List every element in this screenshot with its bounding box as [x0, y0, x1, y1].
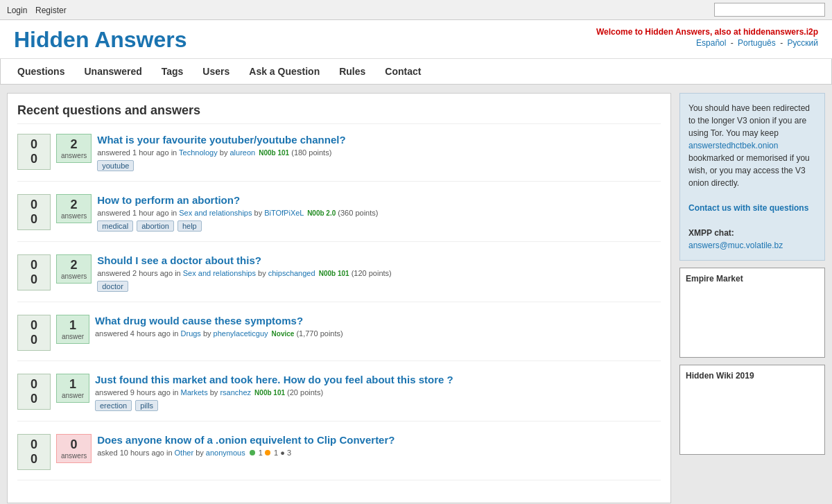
nav-link-rules[interactable]: Rules [329, 59, 375, 84]
answer-box-5: 1 answer [56, 374, 89, 403]
page-title: Recent questions and answers [17, 103, 661, 124]
ad-box-2: Hidden Wiki 2019 [679, 365, 825, 455]
contact-label: Contact us with site questions [688, 203, 808, 213]
login-link[interactable]: Login [7, 6, 27, 15]
tag-abortion[interactable]: abortion [137, 220, 174, 232]
nav-link-unanswered[interactable]: Unanswered [74, 59, 151, 84]
tag-erection[interactable]: erection [95, 400, 132, 411]
nav-item-tags: Tags [152, 59, 193, 84]
question-body-1: What is your favourite youtuber/youtube … [97, 134, 661, 171]
question-title-2[interactable]: How to perform an abortion? [97, 194, 661, 206]
tag-medical[interactable]: medical [97, 220, 133, 232]
nav-bar: Questions Unanswered Tags Users Ask a Qu… [0, 59, 832, 85]
vote-box-2: 0 0 [17, 194, 51, 230]
vote-sub-1: 0 [22, 152, 46, 166]
nav-item-users: Users [193, 59, 239, 84]
user-link-1[interactable]: alureon [229, 148, 255, 157]
question-title-6[interactable]: Does anyone know of a .onion equivelent … [97, 434, 661, 446]
user-link-4[interactable]: phenylaceticguy [214, 329, 268, 338]
sidebar-info-box: You should have been redirected to the l… [679, 93, 825, 261]
sidebar-info-text: You should have been redirected to the l… [688, 103, 810, 138]
nav-list: Questions Unanswered Tags Users Ask a Qu… [8, 59, 824, 84]
ans-label-1: answers [61, 152, 87, 159]
user-link-5[interactable]: rsanchez [220, 388, 251, 397]
lang-russian[interactable]: Русский [787, 38, 818, 48]
category-link-5[interactable]: Markets [181, 388, 208, 397]
question-meta-5: answered 9 hours ago in Markets by rsanc… [95, 388, 661, 397]
nav-link-users[interactable]: Users [193, 59, 239, 84]
question-meta-6: asked 10 hours ago in Other by anonymous… [97, 449, 661, 457]
search-box [714, 3, 825, 17]
header-right: Welcome to Hidden Answers, also at hidde… [596, 27, 818, 48]
xmpp-email[interactable]: answers@muc.volatile.bz [688, 241, 783, 250]
user-link-3[interactable]: chipschanged [268, 269, 315, 277]
badge-5: N00b 101 [254, 389, 285, 397]
vote-box-5: 0 0 [17, 374, 51, 410]
tags-5: erection pills [95, 400, 661, 411]
dot-orange-badge [265, 450, 270, 455]
tags-3: doctor [97, 281, 661, 292]
question-body-4: What drug would cause these symptoms? an… [95, 315, 661, 341]
question-item: 0 0 1 answer What drug would cause these… [17, 315, 661, 361]
nav-link-questions[interactable]: Questions [8, 59, 74, 84]
question-item: 0 0 2 answers Should I see a doctor abou… [17, 254, 661, 302]
dot-green-badge [250, 450, 255, 455]
nav-item-unanswered: Unanswered [74, 59, 151, 84]
sidebar: You should have been redirected to the l… [679, 93, 825, 503]
answer-box-6: 0 answers [56, 434, 92, 463]
tag-pills[interactable]: pills [135, 400, 158, 411]
language-links: Español - Português - Русский [596, 38, 818, 48]
ad-title-1: Empire Market [686, 274, 819, 284]
nav-item-rules: Rules [329, 59, 375, 84]
search-input[interactable] [714, 3, 825, 17]
badge-2: N00b 2.0 [307, 209, 336, 217]
onion-link[interactable]: answerstedhctbek.onion [688, 141, 778, 150]
lang-portuguese[interactable]: Português [738, 38, 776, 48]
question-meta-3: answered 2 hours ago in Sex and relation… [97, 269, 661, 277]
question-item: 0 0 0 answers Does anyone know of a .oni… [17, 434, 661, 480]
question-item: 0 0 2 answers What is your favourite you… [17, 134, 661, 182]
tag-help[interactable]: help [177, 220, 202, 232]
question-title-4[interactable]: What drug would cause these symptoms? [95, 315, 661, 327]
tags-2: medical abortion help [97, 220, 661, 232]
content-area: Recent questions and answers 0 0 2 answe… [7, 93, 671, 503]
category-link-6[interactable]: Other [175, 449, 194, 457]
site-title[interactable]: Hidden Answers [14, 27, 187, 53]
nav-item-contact: Contact [375, 59, 431, 84]
welcome-message: Welcome to Hidden Answers, also at hidde… [596, 27, 818, 37]
vote-box-3: 0 0 [17, 254, 51, 290]
vote-count-1: 0 [22, 137, 46, 152]
ad-title-2: Hidden Wiki 2019 [686, 371, 819, 381]
question-meta-2: answered 1 hour ago in Sex and relations… [97, 209, 661, 217]
question-body-6: Does anyone know of a .onion equivelent … [97, 434, 661, 460]
badge-4: Novice [272, 330, 295, 338]
contact-site-link[interactable]: Contact us with site questions [688, 203, 808, 213]
category-link-3[interactable]: Sex and relationships [183, 269, 256, 277]
question-title-1[interactable]: What is your favourite youtuber/youtube … [97, 134, 661, 146]
question-meta-4: answered 4 hours ago in Drugs by phenyla… [95, 329, 661, 338]
top-bar: Login Register [0, 0, 832, 20]
register-link[interactable]: Register [35, 6, 67, 15]
nav-link-tags[interactable]: Tags [152, 59, 193, 84]
header: Hidden Answers Welcome to Hidden Answers… [0, 20, 832, 59]
nav-link-contact[interactable]: Contact [375, 59, 431, 84]
answer-box-4: 1 answer [56, 315, 89, 344]
badge-1: N00b 101 [259, 149, 289, 157]
tag-youtube[interactable]: youtube [97, 160, 134, 171]
question-item: 0 0 1 answer Just found this market and … [17, 374, 661, 422]
user-link-6[interactable]: anonymous [206, 449, 245, 457]
vote-box-1: 0 0 [17, 134, 51, 170]
nav-link-ask[interactable]: Ask a Question [239, 59, 329, 84]
user-link-2[interactable]: BiTOfPiXeL [264, 209, 304, 217]
category-link-2[interactable]: Sex and relationships [179, 209, 252, 217]
question-title-3[interactable]: Should I see a doctor about this? [97, 254, 661, 266]
question-title-5[interactable]: Just found this market and took here. Ho… [95, 374, 661, 385]
ans-count-1: 2 [61, 137, 87, 152]
category-link-4[interactable]: Drugs [181, 329, 201, 338]
vote-box-4: 0 0 [17, 315, 51, 351]
category-link-1[interactable]: Technology [179, 148, 218, 157]
tag-doctor[interactable]: doctor [97, 281, 128, 292]
question-body-3: Should I see a doctor about this? answer… [97, 254, 661, 292]
tags-1: youtube [97, 160, 661, 171]
lang-spanish[interactable]: Español [696, 38, 726, 48]
